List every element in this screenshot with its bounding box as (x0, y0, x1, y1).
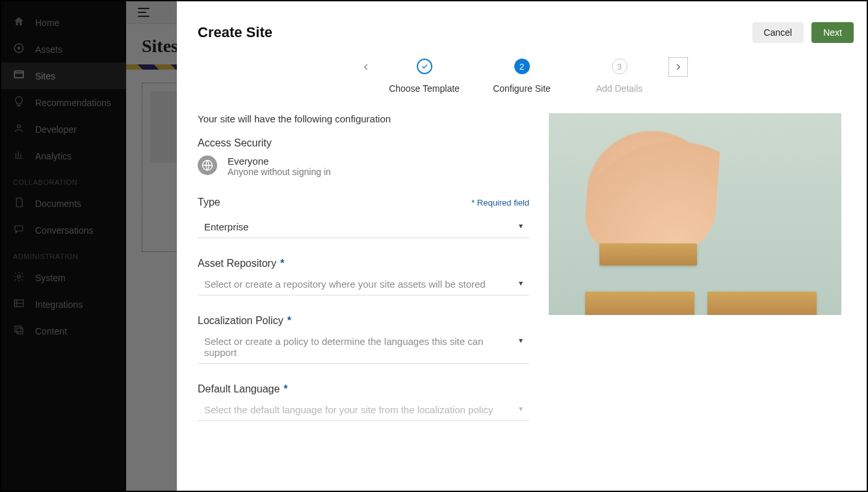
next-button[interactable]: Next (811, 22, 854, 43)
sidebar-item-label: Home (35, 18, 59, 28)
sidebar-item-documents[interactable]: Documents (1, 190, 126, 217)
modal-title: Create Site (198, 24, 272, 41)
modal-actions: Cancel Next (752, 22, 854, 43)
sidebar-section-collaboration: COLLABORATION (1, 169, 126, 190)
content-icon (13, 324, 25, 338)
sidebar-item-label: Sites (35, 71, 55, 81)
sidebar-item-assets[interactable]: Assets (1, 36, 126, 62)
default-language-select: Select the default language for your sit… (198, 399, 529, 421)
svg-point-1 (18, 47, 21, 50)
access-security-heading: Access Security (198, 137, 529, 149)
svg-rect-9 (17, 328, 23, 334)
sidebar-section-administration: ADMINISTRATION (1, 243, 126, 264)
step-next-arrow[interactable] (668, 57, 688, 77)
analytics-icon (13, 149, 25, 163)
sidebar-item-content[interactable]: Content (1, 318, 126, 344)
localization-policy-label: Localization Policy * (198, 315, 529, 327)
svg-point-6 (18, 275, 21, 279)
step-prev-arrow[interactable] (356, 57, 376, 77)
svg-rect-2 (14, 71, 23, 78)
sidebar-item-developer[interactable]: Developer (1, 116, 126, 143)
default-language-label: Default Language * (198, 383, 529, 395)
access-text: Everyone Anyone without signing in (228, 156, 331, 177)
sidebar-item-label: Integrations (35, 299, 83, 310)
preview-column (549, 113, 846, 441)
sidebar-item-sites[interactable]: Sites (1, 62, 126, 89)
developer-icon (13, 122, 25, 136)
cancel-button[interactable]: Cancel (752, 22, 804, 43)
sidebar-item-label: Documents (35, 198, 81, 209)
modal-body: Your site will have the following config… (177, 107, 867, 441)
conversations-icon (13, 223, 25, 237)
type-select[interactable]: Enterprise (198, 216, 529, 238)
create-site-modal: Create Site Cancel Next Choose Template … (177, 1, 867, 491)
menu-toggle-icon[interactable] (138, 8, 150, 17)
sidebar-item-label: Assets (35, 44, 62, 55)
access-main-text: Everyone (228, 156, 331, 167)
config-intro: Your site will have the following config… (198, 113, 529, 124)
type-select-wrap: Enterprise (198, 216, 529, 238)
sidebar-item-system[interactable]: System (1, 264, 126, 291)
required-star: * (280, 258, 284, 269)
type-label: Type (198, 197, 220, 208)
step-label: Choose Template (389, 83, 460, 94)
sidebar-item-label: Analytics (35, 151, 72, 161)
step-add-details: 3 Add Details (571, 59, 668, 94)
template-preview-image (549, 113, 841, 315)
svg-point-4 (18, 125, 21, 128)
asset-repository-select[interactable]: Select or create a repository where your… (198, 273, 529, 295)
sidebar-item-label: Recommendations (35, 98, 111, 108)
integrations-icon (13, 297, 25, 311)
localization-policy-select[interactable]: Select or create a policy to determine t… (198, 331, 529, 364)
sidebar-item-label: Content (35, 326, 67, 336)
check-icon (417, 59, 432, 74)
required-star: * (283, 383, 287, 395)
bulb-icon (13, 96, 25, 109)
documents-icon (13, 197, 25, 210)
sidebar-item-label: System (35, 273, 66, 283)
svg-rect-8 (15, 326, 21, 332)
form-column: Your site will have the following config… (198, 113, 529, 441)
sidebar-item-integrations[interactable]: Integrations (1, 291, 126, 318)
sidebar-item-analytics[interactable]: Analytics (1, 143, 126, 169)
type-field-header: Type * Required field (198, 197, 529, 212)
sites-icon (13, 69, 25, 83)
localization-policy-select-wrap: Select or create a policy to determine t… (198, 331, 529, 364)
stepper: Choose Template 2 Configure Site 3 Add D… (177, 51, 867, 107)
step-configure-site[interactable]: 2 Configure Site (473, 59, 571, 94)
step-number-icon: 3 (612, 59, 627, 74)
sidebar-item-recommendations[interactable]: Recommendations (1, 89, 126, 116)
required-note: * Required field (471, 198, 529, 208)
step-choose-template[interactable]: Choose Template (376, 59, 473, 94)
sidebar-item-conversations[interactable]: Conversations (1, 217, 126, 243)
sidebar-item-label: Developer (35, 124, 77, 135)
step-number-icon: 2 (514, 59, 530, 74)
sidebar: Home Assets Sites Recommendations Develo… (1, 1, 126, 491)
home-icon (13, 16, 25, 29)
globe-icon (198, 156, 217, 175)
step-label: Configure Site (493, 83, 551, 94)
svg-rect-5 (15, 226, 23, 231)
gear-icon (13, 271, 25, 284)
required-star: * (287, 315, 291, 327)
asset-repository-select-wrap: Select or create a repository where your… (198, 273, 529, 295)
access-sub-text: Anyone without signing in (228, 167, 331, 177)
step-label: Add Details (596, 83, 643, 94)
sidebar-item-label: Conversations (35, 225, 94, 236)
assets-icon (13, 42, 25, 56)
default-language-select-wrap: Select the default language for your sit… (198, 399, 529, 421)
sidebar-item-home[interactable]: Home (1, 9, 126, 36)
modal-header: Create Site Cancel Next (177, 17, 867, 51)
asset-repository-label: Asset Repository * (198, 258, 529, 269)
access-security-row: Everyone Anyone without signing in (198, 156, 529, 177)
